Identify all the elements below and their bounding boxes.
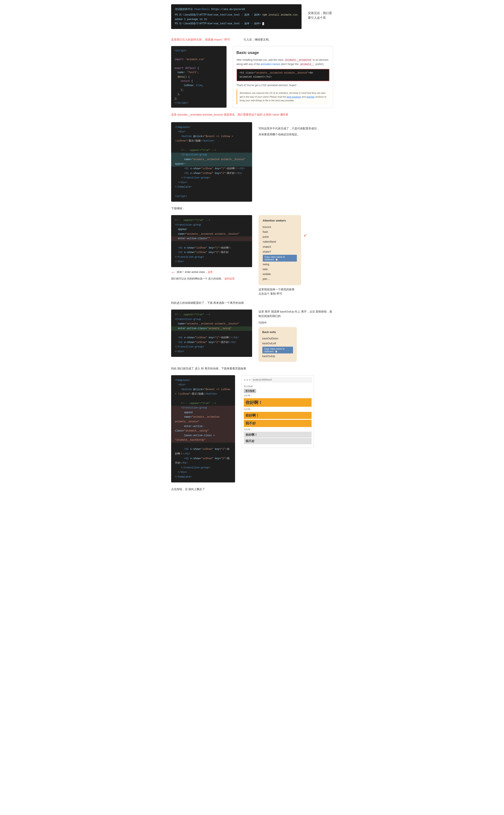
best-practices-link[interactable]: best practices: [287, 95, 301, 98]
docs-paragraph: After installing Animate.css, add the cl…: [237, 58, 329, 66]
import-code-block: <script> import 'animate.css' export def…: [171, 46, 227, 108]
preview-h1-2: 你好啊！: [244, 412, 312, 419]
section7-code-wrapper: <template> <div> <button @click="$event …: [171, 375, 235, 483]
section6-label-text: 到此进入的动画就配置好了，下面 再来选取一个离开的动画: [171, 301, 244, 304]
s7-l2: <div>: [175, 383, 231, 387]
s7-l5: <!-- :appear="true" -->: [175, 401, 231, 406]
code-line-import: import 'animate.css': [175, 57, 223, 62]
nav-dot-3: [249, 379, 251, 381]
terminal-wrapper: 尝试新的跨平台 PowerShell https://aka.ms/pscore…: [171, 4, 302, 31]
section6-right-label2: 代码中: [258, 320, 333, 325]
section4-content: <template> <div> <button @click="$event …: [171, 122, 333, 202]
animate-item-flash[interactable]: flash: [263, 230, 297, 234]
section5-code-wrapper: <!-- :appear="true" --> <transition-grou…: [171, 215, 252, 281]
section2-content: <script> import 'animate.css' export def…: [171, 46, 333, 108]
s4-l1: <template>: [175, 125, 248, 130]
animate-item-shakex[interactable]: shakeX: [263, 244, 297, 249]
s4-l6: <transition-group: [171, 153, 252, 157]
code-line-export: export default {: [175, 66, 223, 70]
section5-right-note2: 点击这个 复制 即可: [258, 292, 295, 296]
s7-l13: <h1 v-show="isShow" key="2">我不好</h1>: [175, 457, 231, 466]
section6-code-block: <!-- :appear="true" --> <transition-grou…: [171, 309, 252, 357]
s7-l3: <button @click="$event => isShow = !isSh…: [175, 387, 231, 396]
s6-l9: </div>: [175, 349, 248, 354]
s4-l10: </transition-group>: [175, 176, 248, 180]
s6-l8: </transition-group>: [175, 345, 248, 349]
animate-item-tada[interactable]: tada: [263, 267, 297, 272]
section4-right-notes: 写到这里并不代表完成了，只是代表配置库成功， 具体要使用哪个动画还没有指定。: [258, 122, 319, 137]
s6-l3: name="animate__animated animate__bounce": [175, 322, 248, 326]
section6-right: 这里 离开 我选择 backOutUp 向上 离开，点击 复制按钮，复制后就放到…: [258, 309, 333, 362]
preview-content: 显示/隐藏 显示/隐藏 你好啊！ 你好啊！ 你好啊！ 你好啊！ 我不好 你好啊！…: [244, 384, 312, 446]
docs-warning: Animations can improve the UX of an inte…: [237, 90, 329, 104]
code-line-script-open: <script>: [175, 49, 223, 53]
s5-l10: </div>: [175, 259, 248, 264]
animate-item-rubberband[interactable]: rubberBand: [263, 239, 297, 244]
code-line-close2: },: [175, 92, 223, 96]
docs-title: Basic usage: [237, 50, 329, 56]
copy-btn-label-2: Copy class name to clipboard: [264, 347, 285, 352]
terminal-line-4: PS D:\JavaSE练习\HTTP\Vue\vue_test\vue_tes…: [175, 22, 298, 26]
page-container: 尝试新的跨平台 PowerShell https://aka.ms/pscore…: [163, 0, 342, 504]
section5-link-prefix: 我们就可以去 别别的网站选一个 进入的动画。: [171, 277, 224, 280]
section5-content: <!-- :appear="true" --> <transition-grou…: [171, 215, 333, 296]
section5-link-here: 放到这里: [224, 277, 235, 280]
animate-item-pulse[interactable]: pulse: [263, 234, 297, 239]
terminal-note-text: 安装完后，我们需要引入这个库: [308, 11, 332, 19]
back-exits-item-down[interactable]: backOutDown: [262, 336, 293, 341]
preview-btn-label: 显示/隐藏: [244, 385, 312, 388]
nav-dot-2: [246, 379, 248, 381]
s7-l15: </div>: [175, 470, 231, 475]
copy-icon-2: 📋: [275, 350, 277, 352]
copy-class-button-2[interactable]: Copy class name to clipboard 📋: [262, 346, 293, 353]
section7-content: <template> <div> <button @click="$event …: [171, 375, 333, 483]
animate-item-jello[interactable]: jello ...: [263, 277, 297, 282]
code-line-isshow: isShow: true,: [175, 83, 223, 88]
s5-l3: appear: [175, 227, 248, 232]
section7-label: 到此 我们就完成了 进入 和 离开的动画，下面来看看页面效果: [171, 366, 333, 371]
section6-right-label-text: 这里 离开 我选择 backOutUp 向上 离开，点击 复制按钮，复制后就放到…: [258, 310, 332, 318]
back-exits-panel: Back exits backOutDown backOutLeft Copy …: [258, 327, 297, 361]
section6-code-wrapper: <!-- :appear="true" --> <transition-grou…: [171, 309, 252, 357]
copy-icon-1: 📋: [275, 258, 278, 261]
s5-l2: <transition-group: [175, 223, 248, 227]
code-line-close1: };: [175, 88, 223, 92]
animate-item-swing[interactable]: swing: [263, 262, 297, 267]
back-exits-item-left[interactable]: backOutLeft: [262, 341, 293, 346]
back-exits-title: Back exits: [262, 330, 293, 334]
code-line-data: data() {: [175, 75, 223, 79]
terminal-block: 尝试新的跨平台 PowerShell https://aka.ms/pscore…: [171, 4, 302, 29]
section5-arrow-label: 添加一 enter-active-class，: [177, 270, 208, 274]
back-exits-item-up[interactable]: backOutUp: [262, 354, 293, 359]
preview-h1-small-1: 你好啊！: [244, 432, 312, 438]
attention-seekers-panel: Attention seekers bounce flash pulse rub…: [258, 215, 301, 285]
preview-url-bar: localhost:8080/test3: [251, 377, 312, 382]
s7-l12: <h1 v-show="isShow" key="1">你好啊！</h1>: [175, 447, 231, 456]
animate-item-bounce[interactable]: bounce: [263, 225, 297, 230]
s5-l8: <h1 v-show="isShow" key="2">我不好: [175, 250, 248, 255]
s4-l5: <!-- :appear="true" -->: [175, 148, 248, 153]
animation-names-link[interactable]: animation names: [261, 63, 280, 66]
s4-l8: <h1 v-show="isShow" key="1">你好啊！</h1>: [175, 166, 248, 171]
s5-l1: <!-- :appear="true" -->: [175, 218, 248, 223]
code-line-script-close: </script>: [175, 101, 223, 105]
docs-code-example: <h1 class="animate__animated animate__bo…: [237, 69, 329, 81]
preview-show-hide-btn[interactable]: 显示/隐藏: [244, 389, 256, 393]
section5-label: 下面继续：: [171, 206, 333, 211]
copy-class-button-1[interactable]: Copy class name to clipboard 📋: [263, 255, 297, 261]
s6-l6: <h1 v-show="isShow" key="1">你好啊！</h1>: [175, 335, 248, 340]
section6-label: 到此进入的动画就配置好了，下面 再来选取一个离开的动画: [171, 300, 333, 305]
section3-text: 这里 animate__animated animate_bounce 就是类名…: [171, 113, 289, 116]
s7-l8: name="animate__animated animate__bounce": [171, 415, 235, 424]
section4-note2: 具体要使用哪个动画还没有指定。: [258, 132, 319, 137]
section5-panel-row: Attention seekers bounce flash pulse rub…: [258, 215, 307, 285]
animate-item-wobble[interactable]: wobble: [263, 272, 297, 277]
code-line-close3: };: [175, 97, 223, 101]
copy-btn-label-1: Copy class name to clipboard: [264, 256, 285, 261]
animate-item-shakey[interactable]: shakeY: [263, 249, 297, 254]
section5-right: Attention seekers bounce flash pulse rub…: [258, 215, 307, 296]
gotchas-link[interactable]: gotchas: [306, 95, 315, 98]
section7-code-block: <template> <div> <button @click="$event …: [171, 375, 235, 483]
section5-label-text: 下面继续：: [171, 207, 185, 210]
s7-l10: leave-active-class = "animate__backOutUp…: [171, 434, 235, 443]
